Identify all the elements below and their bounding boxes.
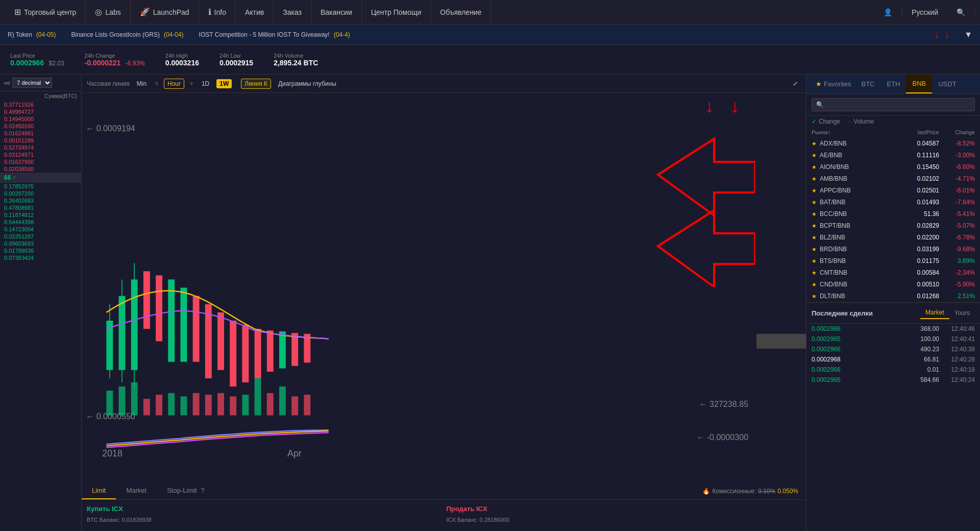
- market-list-item[interactable]: ★ BTS/BNB 0.01175 3.89%: [806, 255, 980, 267]
- svg-rect-33: [168, 393, 175, 416]
- order-row: 0.14945000: [0, 115, 81, 123]
- rocket-icon: 🚀: [140, 7, 150, 17]
- change-pct: -6.93%: [126, 60, 145, 67]
- order-sum-header: Сумма(BTC): [44, 93, 77, 99]
- pair-price: 0.02200: [893, 234, 939, 241]
- navbar-trading-center[interactable]: ⊞ Торговый центр: [5, 0, 86, 24]
- svg-rect-19: [267, 330, 274, 372]
- navbar-aktiv[interactable]: Актив: [236, 0, 274, 24]
- tab-bnb[interactable]: BNB: [906, 75, 932, 93]
- navbar-order[interactable]: Заказ: [274, 0, 311, 24]
- price-bar: Last Price 0.0002966 $2.03 24h Change -0…: [0, 45, 980, 75]
- pair-name: ADX/BNB: [820, 140, 893, 147]
- tab-market[interactable]: Market: [116, 482, 157, 499]
- market-list-item[interactable]: ★ BAT/BNB 0.01493 -7.84%: [806, 197, 980, 208]
- navbar-labs[interactable]: ◎ Labs: [86, 0, 130, 24]
- tab-eth[interactable]: ETH: [880, 75, 906, 93]
- pair-price: 0.02501: [893, 187, 939, 194]
- order-row: 0.00297200: [0, 190, 81, 197]
- star-icon: ★: [812, 187, 817, 194]
- svg-rect-15: [217, 312, 224, 370]
- trade-row: 0.0002966 0.01 12:40:18: [806, 365, 980, 375]
- pair-name: AION/BNB: [820, 163, 893, 171]
- market-list-item[interactable]: ★ CND/BNB 0.00510 -5.90%: [806, 279, 980, 291]
- navbar-labs-label: Labs: [105, 8, 120, 16]
- chart-hour-button[interactable]: Hour: [164, 79, 184, 89]
- sell-balance-line: ICX Баланс: 0.28186000: [447, 517, 801, 523]
- star-icon: ★: [816, 80, 822, 88]
- pair-price: 0.04587: [893, 140, 939, 147]
- current-price-value: 66 ↑: [4, 174, 16, 181]
- market-list-item[interactable]: ★ ADX/BNB 0.04587 -8.52%: [806, 138, 980, 150]
- svg-rect-40: [255, 378, 261, 416]
- tab-market-trades[interactable]: Market: [920, 307, 949, 319]
- navbar-language[interactable]: Русский: [902, 8, 947, 16]
- market-list-header: Рынок↑ lastPrice Change: [806, 127, 980, 138]
- market-list-item[interactable]: ★ BCC/BNB 51.36 -5.41%: [806, 208, 980, 220]
- trade-row: 0.0002965 100.00 12:40:41: [806, 334, 980, 344]
- chart-1d-button[interactable]: 1D: [199, 79, 212, 88]
- tab-stop-limit[interactable]: Stop-Limit ?: [157, 482, 214, 499]
- svg-rect-4: [756, 334, 806, 349]
- decimal-dropdown[interactable]: 7 decimal: [12, 78, 52, 88]
- order-row: 0.02450160: [0, 123, 81, 130]
- svg-rect-44: [304, 395, 310, 415]
- navbar-announce[interactable]: Объявление: [431, 0, 491, 24]
- tab-usdt[interactable]: USDT: [932, 75, 962, 93]
- market-list-item[interactable]: ★ AE/BNB 0.11116 -3.00%: [806, 150, 980, 161]
- order-row: 0.01789036: [0, 247, 81, 254]
- search-input[interactable]: [812, 98, 975, 111]
- chart-depth-button[interactable]: Диаграммы глубины: [275, 79, 339, 88]
- trade-row: 0.0002965 584.66 12:40:24: [806, 375, 980, 385]
- navbar-help-label: Центр Помощи: [371, 8, 422, 16]
- low-group: 24h Low 0.0002915: [219, 53, 253, 67]
- right-panel: ★ Favorites BTC ETH BNB USDT ✓ Change ○ …: [806, 75, 980, 531]
- market-list-item[interactable]: ★ BRD/BNB 0.03199 -9.68%: [806, 244, 980, 255]
- market-list-item[interactable]: ★ CMT/BNB 0.00584 -2.34%: [806, 267, 980, 279]
- navbar-user[interactable]: 👤: [874, 8, 902, 16]
- commission-info: 🔥 Комиссионные: 0.10% 0.050%: [695, 482, 806, 499]
- chart-fullscreen-button[interactable]: ⤢: [790, 79, 801, 88]
- market-list-item[interactable]: ★ DLT/BNB 0.01268 2.51%: [806, 291, 980, 302]
- volume-filter[interactable]: ○ Volume: [848, 118, 874, 125]
- order-row: 0.52734974: [0, 144, 81, 151]
- change-value: -0.0000221: [85, 59, 121, 67]
- high-value: 0.0003216: [165, 59, 199, 67]
- chart-min-button[interactable]: Min: [134, 79, 150, 88]
- tab-btc[interactable]: BTC: [855, 75, 880, 93]
- buy-balance-label: BTC Баланс:: [87, 517, 120, 523]
- navbar-vacancies[interactable]: Вакансии: [311, 0, 362, 24]
- trade-price: 0.0002966: [812, 366, 857, 373]
- order-row: 0.02251287: [0, 233, 81, 240]
- svg-text:← 0.0009194: ← 0.0009194: [86, 124, 135, 133]
- tab-yours-trades[interactable]: Yours: [949, 307, 975, 319]
- pair-price: 0.03199: [893, 246, 939, 253]
- star-icon: ★: [812, 223, 817, 229]
- market-list-item[interactable]: ★ APPC/BNB 0.02501 -6.01%: [806, 185, 980, 197]
- tab-limit[interactable]: Limit: [82, 482, 116, 499]
- announcement-expand-button[interactable]: ▼: [964, 30, 972, 39]
- market-list-item[interactable]: ★ AION/BNB 0.15450 -6.60%: [806, 161, 980, 173]
- chart-1w-button[interactable]: 1W: [216, 79, 232, 88]
- search-box: [806, 94, 980, 116]
- navbar-search[interactable]: 🔍: [947, 8, 975, 16]
- change-filter[interactable]: ✓ Change: [812, 118, 840, 125]
- pair-name: CND/BNB: [820, 281, 893, 288]
- tab-favorites[interactable]: ★ Favorites: [812, 75, 855, 93]
- fire-icon: 🔥: [702, 488, 710, 495]
- order-row: 0.37711526: [0, 101, 81, 108]
- market-list-item[interactable]: ★ BLZ/BNB 0.02200 -6.78%: [806, 232, 980, 244]
- market-list-item[interactable]: ★ BCPT/BNB 0.02829 -5.07%: [806, 220, 980, 232]
- language-label: Русский: [912, 8, 938, 16]
- down-arrow-2: ↓: [944, 29, 949, 40]
- sell-form: Продать ICX ICX Баланс: 0.28186000: [447, 505, 801, 526]
- navbar-launchpad[interactable]: 🚀 LaunchPad: [131, 0, 199, 24]
- trade-row: 0.0002968 66.81 12:40:28: [806, 354, 980, 365]
- market-list-item[interactable]: ★ AMB/BNB 0.02102 -4.71%: [806, 173, 980, 185]
- chart-kline-button[interactable]: Линия К: [241, 79, 271, 89]
- navbar-info[interactable]: ℹ Info: [199, 0, 236, 24]
- navbar-help[interactable]: Центр Помощи: [362, 0, 431, 24]
- favorites-label: Favorites: [824, 80, 851, 88]
- pair-change: -3.00%: [939, 152, 975, 159]
- star-icon: ★: [812, 234, 817, 241]
